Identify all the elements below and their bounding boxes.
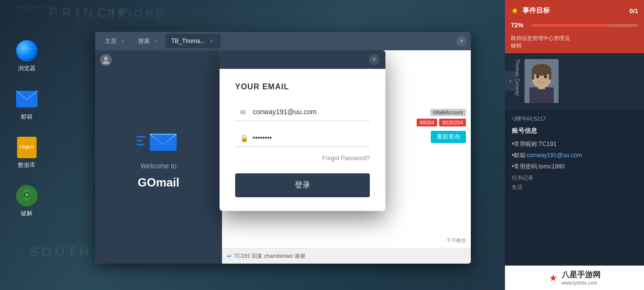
mail-icon-svg bbox=[16, 91, 38, 107]
svg-point-18 bbox=[536, 75, 539, 79]
profile-avatar bbox=[524, 59, 559, 103]
hitalk-account-bar: HitalkAccount bbox=[430, 109, 466, 116]
right-panel: ★ 事件目标 0/1 72% 取得信息管理中心管理员秘钥 › Thomas Co… bbox=[505, 0, 644, 290]
profile-toggle[interactable]: › bbox=[505, 71, 516, 91]
badge-98004: 98004 bbox=[417, 119, 438, 126]
gomail-envelope-svg bbox=[150, 130, 177, 151]
password-field-icon: 🔒 bbox=[240, 134, 248, 142]
browser-content: Welcome to GOmail HitalkAccount 98004 90… bbox=[95, 50, 471, 264]
mail-label: 邮箱 bbox=[21, 113, 33, 121]
password-input[interactable] bbox=[235, 129, 370, 147]
tab-home[interactable]: 主页 × bbox=[99, 34, 132, 48]
desktop-icons-area: 浏览器 邮箱 <SQL/> 数据库 破解 bbox=[10, 39, 44, 218]
svg-point-6 bbox=[104, 57, 108, 61]
event-star-icon: ★ bbox=[511, 5, 519, 16]
email-preview-text: TC191 回复 chamberlain 谢谢 bbox=[234, 252, 305, 260]
tab-search[interactable]: 搜索 × bbox=[132, 34, 165, 48]
globe-icon-img bbox=[16, 40, 38, 62]
email-input[interactable] bbox=[235, 103, 370, 121]
database-icon-item[interactable]: <SQL/> 数据库 bbox=[10, 136, 44, 169]
speed-line-1 bbox=[137, 136, 145, 137]
progress-description: 取得信息管理中心管理员秘钥 bbox=[505, 33, 644, 53]
tab-home-close[interactable]: × bbox=[120, 38, 126, 44]
profile-section: › Thomas Conway bbox=[505, 53, 644, 109]
hack-icon-item[interactable]: 破解 bbox=[10, 184, 44, 218]
tab-tb-thomas[interactable]: TB_Thoma... × bbox=[165, 34, 221, 48]
modal-close-button[interactable]: × bbox=[369, 54, 380, 65]
database-label: 数据库 bbox=[18, 161, 36, 169]
bottom-logo-bar: ★ 八星手游网 www.lyshbx.com bbox=[505, 266, 644, 290]
account-email-value[interactable]: conway191@uu.com bbox=[527, 152, 582, 159]
tab-search-close[interactable]: × bbox=[153, 38, 160, 44]
bottom-email-bar: ↵ TC191 回复 chamberlain 谢谢 bbox=[222, 248, 471, 264]
avatar-image bbox=[524, 59, 559, 103]
event-title: 事件目标 bbox=[523, 6, 625, 15]
profile-name-vertical: Thomas Conway bbox=[515, 59, 520, 103]
account-info-section: ¹J牌号码:5217 账号信息 •常用昵称:TC191 •邮箱:conway19… bbox=[505, 109, 644, 197]
geo-text-2: SOUTH bbox=[29, 244, 92, 260]
geo-text-priord: PRIORD bbox=[107, 7, 167, 20]
email-field-icon: ✉ bbox=[240, 108, 246, 116]
gomail-left-panel: Welcome to GOmail bbox=[95, 50, 222, 264]
gomail-brand-name: GOmail bbox=[138, 176, 179, 189]
svg-rect-16 bbox=[532, 70, 534, 80]
card-number: ¹J牌号码:5217 bbox=[512, 115, 637, 123]
watermark-url: www.hackke.com bbox=[14, 4, 55, 10]
account-password: •常用密码:tomc1980 bbox=[512, 163, 637, 171]
profile-name-text: Thomas Conway bbox=[515, 59, 520, 96]
forgot-password-link[interactable]: Forgot Password? bbox=[235, 155, 370, 162]
gomail-icon-wrapper bbox=[137, 124, 181, 156]
account-info-title: 账号信息 bbox=[512, 126, 637, 135]
account-email-label: •邮箱: bbox=[512, 152, 527, 159]
speed-line-2 bbox=[137, 140, 142, 141]
modal-header: × bbox=[220, 50, 385, 69]
behavior-label: 行为记录 bbox=[512, 174, 637, 182]
svg-rect-17 bbox=[549, 70, 551, 80]
modal-body: YOUR EMAIL ✉ 🔒 Forgot Password? 登录 bbox=[220, 69, 385, 211]
svg-point-7 bbox=[102, 61, 109, 64]
profile-avatar-area: Thomas Conway bbox=[524, 59, 559, 103]
mail-icon-item[interactable]: 邮箱 bbox=[10, 87, 44, 121]
gomail-welcome-text: Welcome to bbox=[141, 162, 177, 170]
requery-button[interactable]: 重新查询 bbox=[431, 131, 466, 143]
hitalk-account-text: HitalkAccount bbox=[433, 110, 463, 115]
logo-sub-text: www.lyshbx.com bbox=[562, 280, 601, 286]
login-button[interactable]: 登录 bbox=[235, 173, 370, 197]
progress-bar-bg bbox=[531, 24, 638, 27]
gomail-logo: Welcome to GOmail bbox=[137, 124, 181, 189]
event-progress: 0/1 bbox=[629, 7, 638, 15]
modal-title: YOUR EMAIL bbox=[235, 83, 370, 91]
browser-icon[interactable]: 浏览器 bbox=[10, 39, 44, 73]
speed-line-3 bbox=[137, 144, 144, 145]
svg-point-5 bbox=[25, 193, 28, 196]
progress-section: 72% bbox=[505, 21, 644, 33]
number-badges: 98004 9030204 bbox=[417, 119, 466, 126]
svg-text:<SQL/>: <SQL/> bbox=[19, 145, 35, 149]
speed-lines bbox=[137, 136, 145, 145]
password-input-group: 🔒 bbox=[235, 129, 370, 147]
browser-titlebar: 主页 × 搜索 × TB_Thoma... × × bbox=[95, 32, 471, 50]
account-email: •邮箱:conway191@uu.com bbox=[512, 151, 637, 160]
browser-close-button[interactable]: × bbox=[456, 36, 467, 46]
hack-icon-svg bbox=[16, 185, 38, 207]
hack-label: 破解 bbox=[21, 209, 33, 218]
tab-tb-thomas-label: TB_Thoma... bbox=[171, 38, 205, 44]
requery-button-label: 重新查询 bbox=[437, 133, 460, 140]
progress-desc-text: 取得信息管理中心管理员秘钥 bbox=[511, 35, 570, 48]
svg-point-19 bbox=[544, 75, 547, 79]
modal-close-icon: × bbox=[372, 55, 376, 64]
event-header: ★ 事件目标 0/1 bbox=[505, 0, 644, 21]
tab-home-label: 主页 bbox=[105, 37, 117, 45]
email-input-group: ✉ bbox=[235, 103, 370, 121]
tab-tb-thomas-close[interactable]: × bbox=[208, 38, 215, 44]
logo-main-text: 八星手游网 bbox=[562, 270, 601, 280]
badge-9030204: 9030204 bbox=[439, 119, 466, 126]
user-icon bbox=[100, 54, 112, 66]
database-icon-svg: <SQL/> bbox=[17, 137, 37, 158]
svg-point-15 bbox=[532, 64, 551, 76]
account-nickname: •常用昵称:TC191 bbox=[512, 140, 637, 148]
tab-search-label: 搜索 bbox=[138, 37, 150, 45]
logo-star-icon: ★ bbox=[549, 272, 558, 284]
life-label: 生活 bbox=[512, 184, 637, 191]
reply-arrow-icon: ↵ bbox=[227, 252, 232, 260]
